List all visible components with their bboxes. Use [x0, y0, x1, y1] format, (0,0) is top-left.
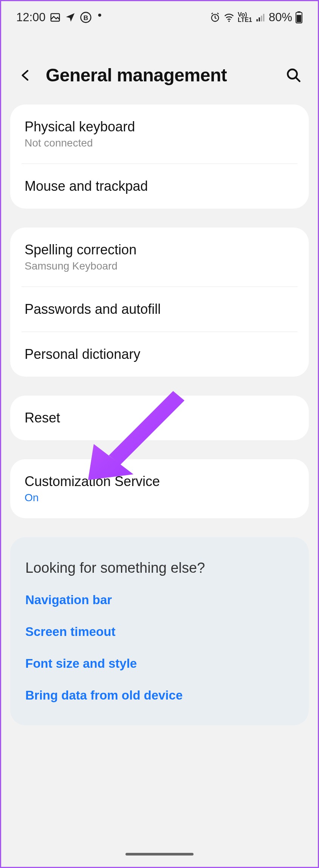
link-navigation-bar[interactable]: Navigation bar	[25, 593, 294, 607]
looking-for-section: Looking for something else? Navigation b…	[10, 537, 309, 725]
item-title: Personal dictionary	[25, 346, 294, 362]
alarm-icon	[210, 12, 220, 23]
status-time: 12:00	[16, 11, 46, 24]
status-left-icons: B •	[50, 11, 102, 23]
circled-b-icon: B	[80, 11, 92, 23]
wifi-icon	[223, 12, 235, 23]
more-dot-icon: •	[98, 9, 102, 21]
status-bar: 12:00 B • Vo)LTE1 80%	[1, 1, 318, 31]
item-title: Spelling correction	[25, 242, 294, 258]
item-reset[interactable]: Reset	[10, 396, 309, 440]
chevron-left-icon	[19, 65, 32, 85]
signal-icon	[255, 12, 266, 23]
svg-rect-6	[259, 17, 260, 22]
item-title: Passwords and autofill	[25, 301, 294, 317]
item-physical-keyboard[interactable]: Physical keyboard Not connected	[10, 104, 309, 164]
link-bring-data-old-device[interactable]: Bring data from old device	[25, 688, 294, 703]
link-font-size-style[interactable]: Font size and style	[25, 656, 294, 671]
svg-point-4	[228, 20, 230, 22]
item-title: Mouse and trackpad	[25, 178, 294, 194]
svg-rect-11	[297, 15, 301, 22]
item-title: Physical keyboard	[25, 119, 294, 135]
item-title: Customization Service	[25, 474, 294, 489]
looking-for-title: Looking for something else?	[25, 560, 294, 576]
settings-group-4: Customization Service On	[10, 459, 309, 518]
search-icon	[286, 67, 302, 83]
item-title: Reset	[25, 410, 294, 426]
battery-icon	[295, 11, 303, 23]
status-right: Vo)LTE1 80%	[210, 11, 303, 24]
svg-rect-5	[256, 19, 258, 22]
settings-group-3: Reset	[10, 396, 309, 440]
item-mouse-trackpad[interactable]: Mouse and trackpad	[10, 164, 309, 209]
battery-percent: 80%	[269, 11, 292, 24]
link-screen-timeout[interactable]: Screen timeout	[25, 625, 294, 639]
lte-icon: Vo)LTE1	[238, 12, 252, 23]
item-customization-service[interactable]: Customization Service On	[10, 459, 309, 518]
item-passwords-autofill[interactable]: Passwords and autofill	[10, 287, 309, 332]
home-indicator[interactable]	[125, 853, 194, 856]
svg-rect-7	[261, 16, 262, 21]
item-spelling-correction[interactable]: Spelling correction Samsung Keyboard	[10, 228, 309, 287]
item-subtitle: On	[25, 492, 294, 504]
search-button[interactable]	[285, 66, 303, 84]
status-left: 12:00 B •	[16, 11, 102, 24]
item-subtitle: Not connected	[25, 137, 294, 149]
page-title: General management	[46, 65, 273, 86]
item-subtitle: Samsung Keyboard	[25, 260, 294, 272]
svg-rect-8	[263, 14, 265, 22]
header: General management	[1, 31, 318, 104]
svg-text:B: B	[83, 14, 88, 22]
image-icon	[50, 12, 61, 23]
settings-group-2: Spelling correction Samsung Keyboard Pas…	[10, 228, 309, 377]
settings-group-1: Physical keyboard Not connected Mouse an…	[10, 104, 309, 209]
back-button[interactable]	[16, 66, 34, 84]
item-personal-dictionary[interactable]: Personal dictionary	[10, 332, 309, 377]
send-icon	[65, 12, 76, 23]
